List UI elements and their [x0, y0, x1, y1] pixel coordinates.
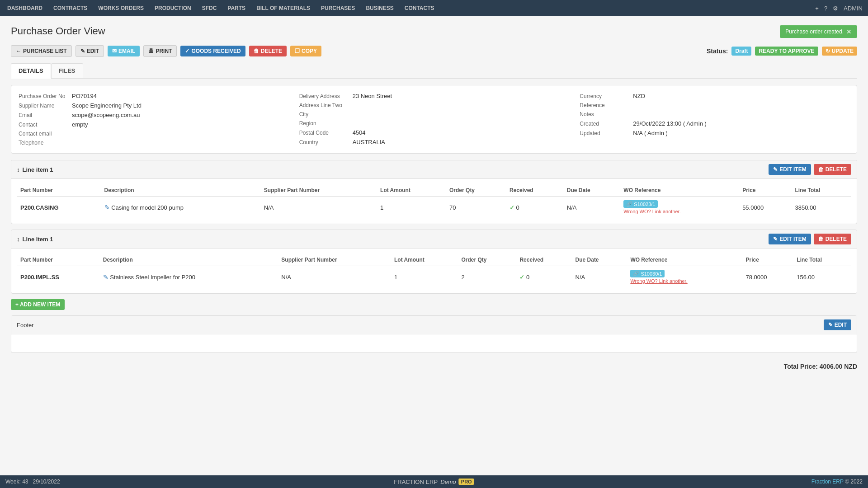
nav-add-icon[interactable]: +: [815, 5, 819, 12]
detail-col-1: Purchase Order No PO70194 Supplier Name …: [19, 93, 288, 146]
nav-user[interactable]: ADMIN: [844, 5, 863, 12]
cell-part-number-2: P200.IMPL.SS: [17, 266, 99, 288]
cell-due-date-1: N/A: [563, 197, 620, 219]
toast-notification: Purchase order created. ✕: [780, 25, 857, 38]
add-new-section: + ADD NEW ITEM: [11, 299, 857, 310]
page-header: Purchase Order View Purchase order creat…: [11, 25, 857, 38]
cell-line-total-2: 156.00: [793, 266, 851, 288]
status-draft-badge[interactable]: Draft: [731, 47, 751, 56]
toast-close-icon[interactable]: ✕: [846, 28, 852, 35]
edit-button[interactable]: ✎ EDIT: [75, 45, 104, 57]
delete-item-1-button[interactable]: 🗑 DELETE: [814, 164, 851, 175]
copy-icon: ❐: [295, 48, 300, 54]
nav-purchases[interactable]: PURCHASES: [319, 5, 357, 11]
col2-description: Description: [99, 254, 278, 266]
status-label: Status:: [707, 47, 728, 55]
received-check-2: ✓: [519, 274, 524, 281]
nav-sfdc[interactable]: SFDC: [200, 5, 219, 11]
line-item-1-title: ↕ Line item 1: [17, 166, 53, 173]
detail-row-po: Purchase Order No PO70194: [19, 93, 288, 99]
delete-item-2-button[interactable]: 🗑 DELETE: [814, 234, 851, 244]
col-wo-reference: WO Reference: [620, 184, 739, 197]
cell-wo-reference-2: 🔗 S10030/1 Wrong WO? Link another.: [627, 266, 742, 288]
detail-row-supplier: Supplier Name Scope Engineering Pty Ltd: [19, 102, 288, 109]
cell-supplier-part-1: N/A: [260, 197, 377, 219]
trash-item-1-icon: 🗑: [818, 166, 824, 173]
nav-dashboard[interactable]: DASHBOARD: [5, 5, 44, 11]
purchase-list-button[interactable]: ← PURCHASE LIST: [11, 45, 72, 57]
nav-contacts[interactable]: CONTACTS: [403, 5, 436, 11]
page-title: Purchase Order View: [11, 25, 105, 37]
nav-works-orders[interactable]: WORKS ORDERS: [96, 5, 146, 11]
toolbar: ← PURCHASE LIST ✎ EDIT ✉ EMAIL 🖶 PRINT ✓…: [11, 45, 857, 57]
status-ready-badge[interactable]: READY TO APPROVE: [755, 47, 818, 56]
tabs: DETAILS FILES: [11, 63, 857, 79]
drag-icon-1: ↕: [17, 166, 20, 173]
col-supplier-part: Supplier Part Number: [260, 184, 377, 197]
status-update-badge[interactable]: ↻ UPDATE: [822, 47, 857, 56]
description-edit-icon-2[interactable]: ✎: [103, 273, 108, 281]
copy-button[interactable]: ❐ COPY: [290, 46, 321, 56]
footer-card: Footer ✎ EDIT: [11, 315, 857, 353]
line-item-card-2: ↕ Line item 1 ✎ EDIT ITEM 🗑 DELETE Part …: [11, 230, 857, 294]
cell-description-1: ✎ Casing for model 200 pump: [101, 197, 260, 219]
col-order-qty: Order Qty: [446, 184, 506, 197]
col-part-number: Part Number: [17, 184, 101, 197]
col-price: Price: [739, 184, 791, 197]
col2-received: Received: [516, 254, 571, 266]
goods-received-button[interactable]: ✓ GOODS RECEIVED: [180, 46, 245, 56]
wrong-wo-link-1[interactable]: Wrong WO? Link another.: [623, 209, 680, 214]
nav-bill-of-materials[interactable]: BILL OF MATERIALS: [255, 5, 312, 11]
footer-body: [11, 334, 857, 352]
detail-grid: Purchase Order No PO70194 Supplier Name …: [19, 93, 849, 146]
wo-badge-1[interactable]: 🔗 S10023/1: [623, 200, 658, 208]
cell-due-date-2: N/A: [572, 266, 627, 288]
nav-settings-icon[interactable]: ⚙: [833, 5, 838, 12]
line-item-1-actions: ✎ EDIT ITEM 🗑 DELETE: [769, 164, 851, 175]
detail-row-reference: Reference: [580, 102, 849, 108]
edit-footer-button[interactable]: ✎ EDIT: [824, 319, 851, 330]
description-edit-icon-1[interactable]: ✎: [104, 204, 110, 211]
refresh-icon: ↻: [826, 48, 830, 54]
cell-lot-amount-1: 1: [377, 197, 446, 219]
nav-business[interactable]: BUSINESS: [364, 5, 395, 11]
detail-row-addr2: Address Line Two: [299, 102, 569, 108]
nav-parts[interactable]: PARTS: [226, 5, 247, 11]
edit-item-2-button[interactable]: ✎ EDIT ITEM: [769, 234, 811, 244]
col2-due-date: Due Date: [572, 254, 627, 266]
tab-details[interactable]: DETAILS: [11, 63, 51, 79]
nav-help-icon[interactable]: ?: [824, 5, 827, 12]
cell-order-qty-1: 70: [446, 197, 506, 219]
toast-text: Purchase order created.: [785, 28, 844, 35]
arrow-left-icon: ←: [16, 48, 21, 54]
col-line-total: Line Total: [791, 184, 851, 197]
detail-row-delivery: Delivery Address 23 Neon Street: [299, 93, 569, 99]
delete-button[interactable]: 🗑 DELETE: [249, 46, 287, 56]
cell-part-number-1: P200.CASING: [17, 197, 101, 219]
wo-badge-2[interactable]: 🔗 S10030/1: [630, 270, 665, 277]
col2-wo-reference: WO Reference: [627, 254, 742, 266]
toolbar-status: ← PURCHASE LIST ✎ EDIT ✉ EMAIL 🖶 PRINT ✓…: [11, 45, 857, 57]
cell-received-1: ✓ 0: [506, 197, 563, 219]
col2-supplier-part: Supplier Part Number: [278, 254, 391, 266]
detail-row-email: Email scope@scopeeng.com.au: [19, 112, 288, 118]
navbar-right: + ? ⚙ ADMIN: [815, 5, 863, 12]
detail-col-2: Delivery Address 23 Neon Street Address …: [299, 93, 569, 146]
detail-row-city: City: [299, 111, 569, 117]
nav-contracts[interactable]: CONTRACTS: [52, 5, 89, 11]
table-header-row-2: Part Number Description Supplier Part Nu…: [17, 254, 851, 266]
col2-part-number: Part Number: [17, 254, 99, 266]
wrong-wo-link-2[interactable]: Wrong WO? Link another.: [630, 278, 687, 284]
tab-files[interactable]: FILES: [51, 63, 83, 78]
email-button[interactable]: ✉ EMAIL: [108, 46, 140, 56]
line-item-2-title: ↕ Line item 1: [17, 236, 53, 243]
nav-production[interactable]: PRODUCTION: [153, 5, 193, 11]
cell-price-1: 55.0000: [739, 197, 791, 219]
line-item-2-body: Part Number Description Supplier Part Nu…: [11, 249, 857, 293]
edit-item-1-button[interactable]: ✎ EDIT ITEM: [769, 164, 811, 175]
print-button[interactable]: 🖶 PRINT: [143, 45, 177, 57]
table-header-row: Part Number Description Supplier Part Nu…: [17, 184, 851, 197]
cell-received-2: ✓ 0: [516, 266, 571, 288]
add-new-item-button[interactable]: + ADD NEW ITEM: [11, 299, 65, 310]
line-item-2-header: ↕ Line item 1 ✎ EDIT ITEM 🗑 DELETE: [11, 230, 857, 249]
